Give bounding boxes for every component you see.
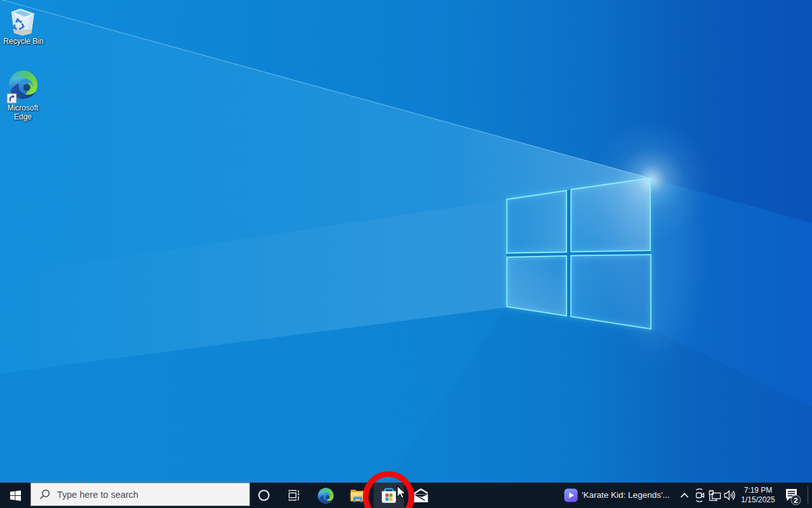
taskbar-button-microsoft-edge[interactable] <box>310 483 341 508</box>
show-desktop-separator[interactable] <box>808 486 808 504</box>
search-placeholder: Type here to search <box>57 490 138 500</box>
tray-meet-now-button[interactable] <box>693 483 707 508</box>
taskbar-button-task-view[interactable] <box>279 483 310 508</box>
tray-widget-title[interactable]: 'Karate Kid: Legends'... <box>582 483 670 508</box>
taskbar-button-cortana[interactable] <box>249 483 279 508</box>
tray-volume-button[interactable] <box>723 483 738 508</box>
wallpaper-windows-logo <box>0 0 812 483</box>
edge-taskbar-icon <box>318 488 334 504</box>
recycle-bin-label: Recycle Bin <box>0 37 48 46</box>
tray-clock[interactable]: 7:19 PM 1/15/2025 <box>738 483 778 508</box>
taskbar-search[interactable]: Type here to search <box>30 483 250 506</box>
notification-badge-count: 2 <box>794 497 797 504</box>
file-explorer-icon <box>350 489 364 502</box>
tray-action-center-button[interactable]: 2 <box>779 483 804 508</box>
meet-now-camera-icon <box>693 488 707 502</box>
volume-icon <box>724 489 737 502</box>
windows-start-icon <box>10 490 21 501</box>
microsoft-store-icon <box>381 487 397 504</box>
task-view-icon <box>289 490 300 501</box>
edge-desktop-icon <box>0 69 47 104</box>
tray-widget-button[interactable] <box>558 483 584 508</box>
action-center-icon: 2 <box>780 485 803 505</box>
desktop-icon-recycle-bin[interactable]: Recycle Bin <box>0 4 48 46</box>
mail-icon <box>413 488 429 503</box>
chevron-up-icon <box>680 492 689 498</box>
clock-date: 1/15/2025 <box>738 495 778 505</box>
start-button[interactable] <box>0 483 30 508</box>
recycle-bin-icon <box>0 4 48 37</box>
taskbar-button-mail[interactable] <box>405 483 436 508</box>
taskbar-button-microsoft-store[interactable] <box>374 483 404 508</box>
cortana-icon <box>257 488 271 502</box>
play-icon <box>564 488 578 502</box>
desktop-icon-microsoft-edge[interactable]: Microsoft Edge <box>0 69 47 121</box>
desktop: Recycle Bin <box>0 0 812 508</box>
network-ethernet-icon <box>709 489 721 502</box>
clock-time: 7:19 PM <box>738 486 778 495</box>
taskbar-button-file-explorer[interactable] <box>342 483 372 508</box>
shortcut-arrow-overlay <box>7 94 16 104</box>
tray-hidden-icons-button[interactable] <box>676 483 693 508</box>
search-icon <box>39 489 51 500</box>
edge-label: Microsoft Edge <box>0 104 47 121</box>
taskbar: Type here to search <box>0 483 812 508</box>
tray-network-button[interactable] <box>707 483 723 508</box>
